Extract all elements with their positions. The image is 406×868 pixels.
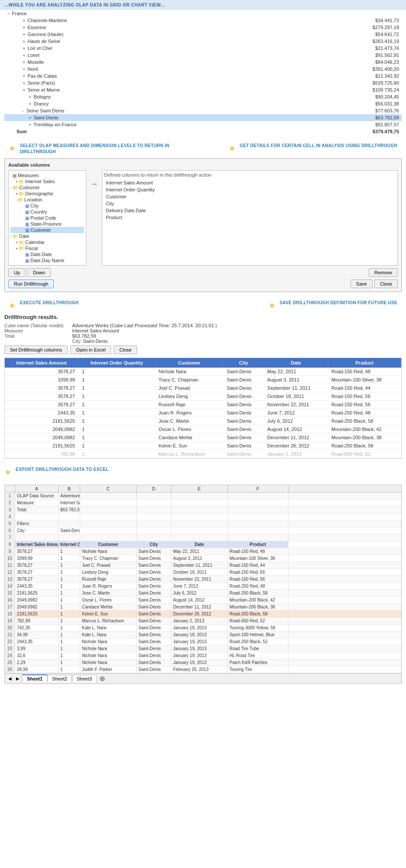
tree-item[interactable]: -📁 Customer [10, 184, 84, 191]
sheet-tab[interactable]: Sheet3 [72, 675, 97, 682]
star-icon-3: ★ [9, 301, 16, 310]
results-table: Internet Sales AmountInternet Order Quan… [5, 358, 401, 458]
tree-item[interactable]: +📁 Demographic [10, 191, 84, 197]
tree-item[interactable]: +📁 Calendar [10, 239, 84, 245]
excel-cell: 1 [59, 562, 80, 569]
results-cell: Road-150 Red, 56 [328, 392, 401, 401]
results-col-header: Product [328, 358, 401, 368]
up-button[interactable]: Up [8, 268, 26, 277]
excel-cell: Kelvin E. Sun [80, 611, 137, 617]
excel-cell: 2443,35 [15, 638, 59, 645]
sheet-nav-left[interactable]: ◀ [7, 676, 13, 681]
results-cell: Juan R. Rogers [155, 409, 223, 417]
results-cell: 1 [79, 368, 155, 376]
excel-cell: Road-250 Black, 58 [228, 590, 288, 596]
available-columns-panel[interactable]: -▦ Measures+📁 Internet Sales-📁 Customer+… [8, 170, 86, 266]
open-in-excel-button[interactable]: Open in Excel [70, 345, 111, 354]
tree-label: Customer [19, 185, 40, 190]
tree-item[interactable]: -📁 Date [10, 233, 84, 239]
defined-columns-panel[interactable]: Defined columns to return in this drillt… [102, 170, 398, 266]
excel-cell: August 3, 2011 [171, 555, 228, 562]
dialog-run-save-close-row: Run Drillthrough Save Close [8, 279, 398, 288]
sheet-tab[interactable]: Sheet1 [22, 674, 47, 682]
tree-item[interactable]: +📁 Fiscal [10, 245, 84, 251]
excel-cell [171, 527, 228, 534]
olap-grid: − France+ Charente-Maritime$34.441,73+ E… [0, 10, 406, 139]
excel-cell: 1 [59, 631, 80, 638]
excel-cell: 1 [59, 576, 80, 582]
down-button[interactable]: Down [27, 268, 51, 277]
excel-row: 2Measure:Internet Sales Amount [5, 500, 401, 506]
tree-item[interactable]: ▦ State-Province [10, 221, 84, 227]
results-cell: May 22, 2011 [264, 368, 328, 376]
defined-column-item[interactable]: Internet Order Quantity [104, 186, 396, 193]
tree-label: Internet Sales [25, 179, 55, 184]
excel-cell: City: [15, 527, 59, 534]
cube-name-label: Cube name (Tabular model) [4, 323, 63, 328]
close-dialog-button[interactable]: Close [374, 279, 398, 288]
results-cell: Russell Raje [155, 401, 223, 409]
set-drillthrough-columns-button[interactable]: Set Drillthrough columns [4, 345, 68, 354]
results-cell: Mountain-200 Black, 38 [328, 434, 401, 442]
sheet-nav-right[interactable]: ▶ [14, 676, 21, 681]
excel-cell: Saint-Denis [137, 611, 171, 617]
excel-cell: HL Road Tire [228, 652, 288, 659]
excel-cell [80, 493, 137, 499]
save-button[interactable]: Save [350, 279, 373, 288]
grid-label: Seine (Paris) [28, 80, 56, 85]
excel-cell [228, 527, 288, 534]
excel-cell: Road-650 Red, 52 [228, 618, 288, 624]
excel-cell: January 19, 2013 [171, 638, 228, 645]
excel-cell: Marcus L. Richardson [80, 618, 137, 624]
annotation-select-text: SELECT OLAP MEASURES AND DIMENSION LEVEL… [20, 143, 199, 155]
excel-cell: January 2, 2013 [171, 618, 228, 624]
excel-cell: 1 [59, 625, 80, 631]
sheet-tab[interactable]: Sheet2 [47, 675, 72, 682]
tree-item[interactable]: -▦ Measures [10, 172, 84, 178]
results-cell: Saint-Denis [223, 417, 264, 425]
tree-label: Demographic [25, 191, 53, 196]
tree-item[interactable]: ▦ Customer [10, 227, 84, 233]
excel-cell: May 22, 2011 [171, 548, 228, 555]
defined-column-item[interactable]: City [104, 200, 396, 207]
tree-item[interactable]: +📁 Internet Sales [10, 178, 84, 184]
tree-item[interactable]: ▦ Date.Day Name [10, 257, 84, 263]
excel-cell: Juan R. Rogers [80, 583, 137, 589]
close-results-button[interactable]: Close [114, 345, 137, 354]
excel-cell [137, 513, 171, 520]
defined-column-item[interactable]: Customer [104, 193, 396, 200]
excel-cell: 1 [59, 590, 80, 596]
tree-item[interactable]: -📁 Location [10, 197, 84, 203]
excel-cell: 2049,0982 [15, 597, 59, 603]
defined-column-item[interactable]: Delivery Date.Date [104, 207, 396, 214]
excel-cell: Saint-Denis [137, 618, 171, 624]
tree-item[interactable]: ▦ Country [10, 209, 84, 215]
defined-column-item[interactable]: Product [104, 214, 396, 221]
excel-cell [171, 500, 228, 506]
excel-cell: Road-150 Red, 56 [228, 576, 288, 582]
grid-label: Charente-Maritime [28, 18, 67, 23]
tree-label: Date [19, 233, 29, 239]
excel-cell: Nichole Nara [80, 638, 137, 645]
run-drillthrough-button[interactable]: Run Drillthrough [8, 279, 54, 288]
remove-button[interactable]: Remove [369, 268, 398, 277]
results-col-header: Date [264, 358, 328, 368]
excel-row: 2134,991Kate L. NaraSaint-DenisJanuary 1… [5, 631, 401, 638]
excel-cell [80, 527, 137, 534]
defined-column-item[interactable]: Internet Sales Amount [104, 179, 396, 186]
tree-item[interactable]: ▦ Postal Code [10, 215, 84, 221]
excel-row: 5Filters: [5, 520, 401, 527]
excel-cell: November 22, 2011 [171, 576, 228, 582]
excel-cell [59, 534, 80, 541]
excel-cell: Lindsey Deng [80, 569, 137, 575]
grid-label: Bobigny [34, 94, 51, 99]
excel-row: 113578,271Joel C. PrasadSaint-DenisSepte… [5, 562, 401, 569]
tree-item[interactable]: ▦ City [10, 203, 84, 209]
tree-item[interactable]: ▦ Date.Date [10, 251, 84, 257]
results-cell: November 22, 2011 [264, 401, 328, 409]
excel-cell: Kate L. Nara [80, 631, 137, 638]
results-cell: 2181,5625 [5, 442, 79, 450]
excel-cell: 1 [59, 597, 80, 603]
add-sheet-button[interactable]: ⊕ [99, 674, 105, 683]
excel-cell: 1 [59, 652, 80, 659]
